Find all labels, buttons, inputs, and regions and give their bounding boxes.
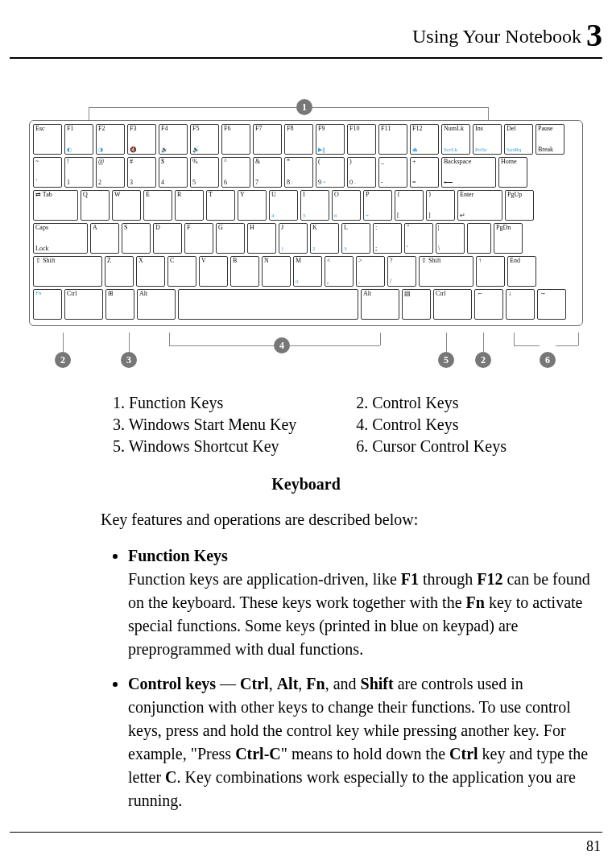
callout-lead — [514, 345, 540, 346]
callout-lead — [129, 333, 130, 352]
txt: , — [269, 675, 277, 692]
kw: C — [165, 768, 176, 786]
callout-3: 3 — [121, 352, 137, 368]
callout-lead — [89, 107, 296, 108]
legend-row: 1. Function Keys 2. Control Keys — [113, 392, 518, 414]
legend-label: Control Keys — [372, 415, 458, 433]
legend-label: Function Keys — [129, 394, 223, 411]
bullet-title: Control keys — [128, 675, 216, 692]
txt: . Key combinations work especially to th… — [128, 768, 576, 809]
page: Using Your Notebook 3 1 Esc F1◐ F2◑ F3🔇 … — [0, 0, 612, 868]
legend-num: 3 — [113, 415, 121, 433]
footer-rule — [10, 832, 602, 833]
bullet-function-keys: Function Keys Function keys are applicat… — [128, 544, 598, 661]
callout-lead — [446, 333, 447, 352]
txt: , — [298, 675, 306, 692]
callout-lead — [380, 333, 381, 345]
intro-paragraph: Key features and operations are describe… — [101, 508, 598, 531]
keyboard-grid: Esc F1◐ F2◑ F3🔇 F4🔉 F5🔊 F6 F7 F8 F9▶‖ F1… — [29, 120, 583, 326]
kw: Fn — [466, 593, 485, 611]
keyboard-illustration: 1 Esc F1◐ F2◑ F3🔇 F4🔉 F5🔊 F6 F7 F8 F9▶‖ … — [24, 99, 588, 373]
kw: Shift — [361, 675, 394, 692]
callout-1: 1 — [296, 99, 312, 115]
callout-lead — [514, 333, 515, 345]
txt: Function keys are application-driven, li… — [128, 570, 401, 588]
kw: Alt — [277, 675, 299, 692]
legend-num: 2 — [356, 394, 364, 411]
txt: — — [216, 675, 240, 692]
kw: Fn — [306, 675, 325, 692]
legend-num: 4 — [356, 415, 364, 433]
kw: Ctrl — [449, 745, 478, 763]
keyboard-legend: 1. Function Keys 2. Control Keys 3. Wind… — [113, 392, 602, 457]
chapter-number: 3 — [586, 17, 602, 53]
kw: F12 — [477, 570, 502, 588]
kw: Ctrl — [240, 675, 269, 692]
callout-lead — [290, 345, 380, 346]
bullet-control-keys: Control keys — Ctrl, Alt, Fn, and Shift … — [128, 672, 598, 812]
callout-2b: 2 — [475, 352, 491, 368]
txt: through — [419, 570, 477, 588]
bullet-title: Function Keys — [128, 547, 228, 564]
legend-row: 3. Windows Start Menu Key 4. Control Key… — [113, 414, 518, 436]
callout-lead — [312, 107, 488, 108]
callout-4: 4 — [274, 337, 290, 353]
kw: Ctrl-C — [235, 745, 281, 763]
header-title: Using Your Notebook — [412, 26, 581, 47]
kw: F1 — [401, 570, 419, 588]
body-text: Key features and operations are describe… — [101, 508, 598, 812]
txt: " means to hold down the — [281, 745, 449, 763]
legend-num: 6 — [356, 437, 364, 455]
callout-lead — [578, 333, 579, 345]
legend-label: Cursor Control Keys — [372, 437, 507, 455]
figure-caption: Keyboard — [10, 475, 602, 494]
legend-num: 5 — [113, 437, 121, 455]
txt: , and — [325, 675, 361, 692]
legend-row: 5. Windows Shortcut Key 6. Cursor Contro… — [113, 436, 518, 457]
callout-lead — [556, 345, 578, 346]
header-rule — [10, 57, 602, 59]
running-header: Using Your Notebook 3 — [10, 16, 602, 57]
legend-num: 1 — [113, 394, 121, 411]
callout-lead — [169, 345, 274, 346]
page-number: 81 — [586, 838, 601, 855]
legend-label: Control Keys — [372, 394, 458, 411]
legend-label: Windows Shortcut Key — [129, 437, 279, 455]
callout-lead — [169, 333, 170, 345]
callout-2: 2 — [55, 352, 71, 368]
legend-label: Windows Start Menu Key — [129, 415, 297, 433]
callout-lead — [63, 333, 64, 352]
callout-lead — [483, 333, 484, 352]
callout-6: 6 — [540, 352, 556, 368]
callout-5: 5 — [438, 352, 454, 368]
